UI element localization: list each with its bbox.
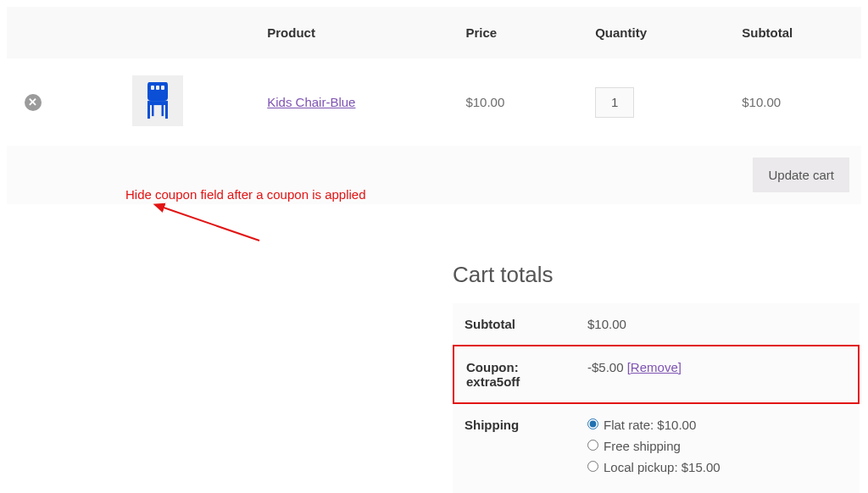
product-thumbnail[interactable] (132, 75, 183, 126)
cart-totals-title: Cart totals (453, 262, 860, 288)
shipping-radio-free[interactable] (587, 440, 598, 451)
svg-rect-4 (147, 104, 150, 119)
remove-coupon-link[interactable]: [Remove] (627, 360, 682, 374)
coupon-label: Coupon: extra5off (453, 345, 576, 404)
col-header-price: Price (455, 7, 585, 58)
col-header-thumb (58, 7, 257, 58)
col-header-subtotal: Subtotal (732, 7, 861, 58)
table-row: ✕ (7, 58, 861, 146)
svg-rect-1 (156, 86, 159, 90)
subtotal-label: Subtotal (453, 303, 576, 345)
coupon-value: -$5.00 [Remove] (576, 345, 860, 404)
item-subtotal: $10.00 (732, 58, 861, 146)
cart-totals: Cart totals Subtotal $10.00 Coupon: extr… (453, 262, 860, 493)
svg-line-9 (161, 207, 259, 241)
shipping-option[interactable]: Local pickup: $15.00 (587, 460, 848, 474)
subtotal-value: $10.00 (576, 303, 860, 345)
shipping-option[interactable]: Free shipping (587, 439, 848, 453)
shipping-option[interactable]: Flat rate: $10.00 (587, 418, 848, 432)
shipping-label: Shipping (453, 404, 576, 493)
shipping-radio-local[interactable] (587, 461, 598, 472)
subtotal-row: Subtotal $10.00 (453, 303, 860, 345)
item-price: $10.00 (455, 58, 585, 146)
remove-item-button[interactable]: ✕ (25, 94, 42, 111)
svg-rect-7 (162, 104, 164, 116)
quantity-input[interactable] (595, 87, 634, 118)
col-header-remove (7, 7, 58, 58)
cart-items-table: Product Price Quantity Subtotal ✕ (7, 7, 861, 146)
shipping-radio-flat[interactable] (587, 418, 598, 429)
chair-icon (142, 80, 173, 119)
annotation-arrow-icon (151, 202, 270, 244)
svg-rect-6 (152, 104, 154, 116)
svg-rect-2 (161, 86, 164, 90)
svg-rect-5 (165, 104, 168, 119)
annotation-text: Hide coupon field after a coupon is appl… (125, 187, 366, 202)
close-icon: ✕ (28, 96, 37, 108)
cart-totals-table: Subtotal $10.00 Coupon: extra5off -$5.00… (453, 303, 860, 493)
product-name-link[interactable]: Kids Chair-Blue (267, 95, 355, 109)
coupon-row: Coupon: extra5off -$5.00 [Remove] (453, 345, 860, 404)
svg-rect-0 (151, 86, 154, 90)
shipping-row: Shipping Flat rate: $10.00 Free shipping… (453, 404, 860, 493)
col-header-product: Product (257, 7, 455, 58)
update-cart-button[interactable]: Update cart (753, 158, 849, 192)
svg-rect-3 (147, 101, 168, 105)
shipping-options: Flat rate: $10.00 Free shipping Local pi… (587, 418, 848, 474)
col-header-quantity: Quantity (585, 7, 732, 58)
